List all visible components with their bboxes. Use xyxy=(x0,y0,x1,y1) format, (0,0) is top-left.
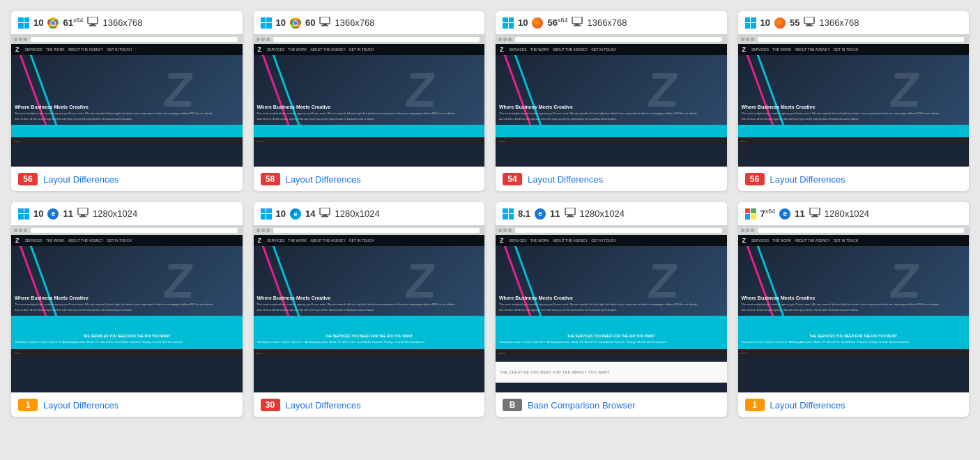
resolution-label: 1280x1024 xyxy=(825,208,869,219)
svg-rect-19 xyxy=(568,215,572,216)
browser-card[interactable]: 1056x641366x768 Z SERVICES THE WORK ABOU… xyxy=(496,11,727,191)
svg-rect-7 xyxy=(575,24,579,25)
os-version: 8.1 xyxy=(518,208,530,219)
svg-rect-8 xyxy=(574,25,581,26)
card-header: 7x64e111280x1024 xyxy=(738,202,970,225)
screenshot-area[interactable]: Z SERVICES THE WORK ABOUT THE AGENCY GET… xyxy=(254,34,485,167)
site-mockup: Z SERVICES THE WORK ABOUT THE AGENCY GET… xyxy=(254,34,485,167)
card-footer: 30Layout Differences xyxy=(254,392,485,417)
screenshot-area[interactable]: Z SERVICES THE WORK ABOUT THE AGENCY GET… xyxy=(738,225,970,392)
resolution-label: 1280x1024 xyxy=(93,208,137,219)
browser-version: 14 xyxy=(305,208,315,219)
svg-rect-13 xyxy=(81,215,85,216)
svg-rect-0 xyxy=(88,17,98,24)
footer-label[interactable]: Layout Differences xyxy=(770,174,845,185)
browser-card[interactable]: 7x64e111280x1024 Z SERVICES THE WORK ABO… xyxy=(738,202,970,417)
browser-version: 11 xyxy=(63,208,72,219)
status-badge: 56 xyxy=(18,173,38,185)
svg-rect-17 xyxy=(321,216,328,217)
svg-rect-16 xyxy=(323,215,327,216)
os-version: 10 xyxy=(760,17,770,28)
browser-icon: e xyxy=(290,208,301,220)
footer-label[interactable]: Layout Differences xyxy=(770,400,845,411)
browser-icon xyxy=(47,17,59,29)
os-version: 10 xyxy=(518,17,528,28)
os-version: 10 xyxy=(276,208,286,219)
browser-card[interactable]: 10e141280x1024 Z SERVICES THE WORK ABOUT… xyxy=(254,202,485,417)
resolution-label: 1366x768 xyxy=(587,17,627,28)
card-footer: 1Layout Differences xyxy=(11,392,243,417)
monitor-icon xyxy=(572,17,583,29)
footer-label[interactable]: Layout Differences xyxy=(43,400,118,411)
os-icon xyxy=(745,208,756,220)
status-badge: 58 xyxy=(261,173,280,185)
browser-version: 11 xyxy=(795,208,804,219)
os-version: 10 xyxy=(276,17,286,28)
browser-version: 11 xyxy=(550,208,560,219)
os-version: 7x64 xyxy=(760,208,776,219)
os-icon xyxy=(18,208,29,220)
browser-icon xyxy=(290,17,301,29)
browser-icon xyxy=(532,17,543,29)
svg-rect-21 xyxy=(810,208,820,215)
svg-rect-20 xyxy=(567,216,574,217)
svg-rect-4 xyxy=(323,24,327,25)
card-footer: 58Layout Differences xyxy=(254,167,485,191)
card-footer: 56Layout Differences xyxy=(11,167,243,191)
browser-card[interactable]: 1061x641366x768 Z SERVICES THE WORK ABOU… xyxy=(11,11,243,191)
browser-version: 61x64 xyxy=(63,17,83,28)
screenshot-area[interactable]: Z SERVICES THE WORK ABOUT THE AGENCY GET… xyxy=(496,225,727,392)
os-version: 10 xyxy=(33,208,43,219)
svg-rect-10 xyxy=(807,24,811,25)
screenshot-area[interactable]: Z SERVICES THE WORK ABOUT THE AGENCY GET… xyxy=(254,225,485,392)
status-badge: 54 xyxy=(503,173,522,185)
footer-label[interactable]: Layout Differences xyxy=(286,400,361,411)
resolution-label: 1366x768 xyxy=(819,17,859,28)
svg-rect-11 xyxy=(806,25,813,26)
card-footer: 54Layout Differences xyxy=(496,167,727,191)
site-mockup: Z SERVICES THE WORK ABOUT THE AGENCY GET… xyxy=(254,225,485,392)
monitor-icon xyxy=(319,17,330,29)
footer-label[interactable]: Layout Differences xyxy=(43,174,118,185)
os-icon xyxy=(745,17,756,29)
screenshot-area[interactable]: Z SERVICES THE WORK ABOUT THE AGENCY GET… xyxy=(11,34,243,167)
svg-rect-1 xyxy=(91,24,95,25)
resolution-label: 1366x768 xyxy=(335,17,374,28)
monitor-icon xyxy=(319,208,330,220)
svg-rect-23 xyxy=(811,216,818,217)
card-footer: 56Layout Differences xyxy=(738,167,970,191)
card-header: 1056x641366x768 xyxy=(496,11,727,34)
svg-rect-9 xyxy=(804,17,814,24)
browser-icon: e xyxy=(535,208,546,220)
browser-card[interactable]: 10551366x768 Z SERVICES THE WORK ABOUT T… xyxy=(738,11,970,191)
screenshot-area[interactable]: Z SERVICES THE WORK ABOUT THE AGENCY GET… xyxy=(738,34,970,167)
browser-card[interactable]: 8.1e111280x1024 Z SERVICES THE WORK ABOU… xyxy=(496,202,727,417)
os-icon xyxy=(261,17,272,29)
card-grid: 1061x641366x768 Z SERVICES THE WORK ABOU… xyxy=(11,11,969,417)
browser-icon: e xyxy=(779,208,790,220)
site-mockup: Z SERVICES THE WORK ABOUT THE AGENCY GET… xyxy=(738,225,970,392)
screenshot-area[interactable]: Z SERVICES THE WORK ABOUT THE AGENCY GET… xyxy=(11,225,243,392)
card-footer: 1Layout Differences xyxy=(738,392,970,417)
site-mockup: Z SERVICES THE WORK ABOUT THE AGENCY GET… xyxy=(738,34,970,167)
footer-label[interactable]: Layout Differences xyxy=(286,174,361,185)
browser-icon: e xyxy=(47,208,59,220)
resolution-label: 1366x768 xyxy=(102,17,142,28)
monitor-icon xyxy=(87,17,98,29)
resolution-label: 1280x1024 xyxy=(335,208,379,219)
os-icon xyxy=(503,17,514,29)
browser-card[interactable]: 10e111280x1024 Z SERVICES THE WORK ABOUT… xyxy=(11,202,243,417)
browser-icon xyxy=(774,17,786,29)
footer-label[interactable]: Layout Differences xyxy=(528,174,603,185)
screenshot-area[interactable]: Z SERVICES THE WORK ABOUT THE AGENCY GET… xyxy=(496,34,727,167)
status-badge: B xyxy=(503,399,522,411)
card-footer: BBase Comparison Browser xyxy=(496,392,727,417)
browser-card[interactable]: 10601366x768 Z SERVICES THE WORK ABOUT T… xyxy=(254,11,485,191)
site-mockup: Z SERVICES THE WORK ABOUT THE AGENCY GET… xyxy=(11,225,243,392)
monitor-icon xyxy=(809,208,820,220)
footer-label[interactable]: Base Comparison Browser xyxy=(528,400,636,411)
svg-rect-6 xyxy=(572,17,582,24)
status-badge: 1 xyxy=(18,399,38,411)
browser-version: 56x64 xyxy=(547,17,567,28)
monitor-icon xyxy=(804,17,815,29)
